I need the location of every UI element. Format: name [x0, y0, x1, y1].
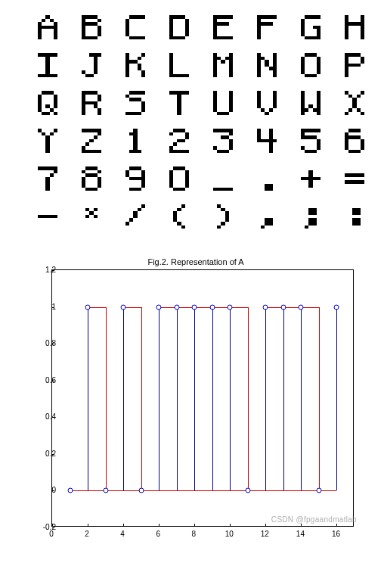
xtick-label: 12 [261, 530, 269, 538]
stem [301, 307, 302, 491]
glyph-O [301, 53, 317, 77]
glyph-4 [257, 129, 274, 153]
ytick-label: 0.8 [45, 339, 56, 347]
glyph-5 [301, 129, 317, 153]
stem [212, 307, 213, 491]
glyph-row [38, 166, 361, 191]
glyph-6 [345, 129, 361, 153]
glyph-0 [169, 166, 186, 191]
glyph-N [257, 53, 274, 77]
ytick-label: 0 [51, 486, 56, 494]
glyph-C [125, 15, 142, 39]
glyph-M [213, 53, 230, 77]
glyph-X [345, 91, 361, 115]
glyph-A [38, 15, 54, 39]
glyph-1 [125, 129, 142, 153]
glyph-2 [169, 129, 186, 153]
xtick-label: 2 [85, 530, 89, 538]
chart-plot [51, 269, 354, 527]
ytick-label: 0.6 [45, 375, 56, 384]
xtick-label: 16 [332, 530, 340, 538]
ytick-label: 1.2 [45, 266, 56, 274]
glyph-/ [125, 204, 142, 229]
glyph-( [169, 204, 186, 229]
glyph-: [345, 204, 361, 229]
stem-marker [316, 488, 321, 493]
stem-marker [138, 488, 144, 493]
xtick-label: 0 [49, 530, 54, 538]
glyph-R [82, 91, 98, 115]
stem [283, 307, 284, 491]
glyph-W [301, 91, 317, 115]
glyph-) [213, 204, 230, 229]
stem-marker [280, 304, 286, 310]
glyph-J [82, 53, 98, 77]
glyph-Z [82, 129, 98, 153]
glyph-L [169, 53, 186, 77]
glyph-3 [213, 129, 230, 153]
stem-marker [228, 304, 233, 310]
ytick-label: 0.4 [45, 412, 56, 421]
glyph-7 [38, 166, 54, 191]
glyph-* [82, 204, 98, 229]
glyph-H [345, 15, 361, 39]
glyph-_ [213, 166, 230, 191]
watermark: CSDN @fpgaandmatlab [271, 515, 357, 524]
glyph-8 [82, 166, 98, 191]
stem-marker [156, 304, 162, 310]
ytick-label: 1 [51, 302, 56, 310]
glyph-T [169, 91, 186, 115]
glyph-. [257, 166, 274, 191]
glyph-+ [301, 166, 317, 191]
stem [265, 307, 266, 491]
glyph-row [38, 53, 361, 77]
glyph-D [169, 15, 186, 39]
glyph-row [38, 91, 361, 115]
glyph-E [213, 15, 230, 39]
stem-marker [245, 488, 250, 493]
stem [123, 307, 124, 491]
stem-marker [103, 488, 108, 493]
chart-container: Fig.2. Representation of A CSDN @fpgaand… [0, 250, 384, 542]
glyph-Y [38, 129, 54, 153]
xtick-label: 4 [120, 530, 125, 538]
glyph-row [38, 129, 361, 153]
stem [230, 307, 231, 491]
stem-marker [174, 304, 179, 310]
ytick-label: 0.2 [45, 449, 56, 457]
stem-marker [299, 304, 304, 310]
glyph-B [82, 15, 98, 39]
glyph-- [38, 204, 54, 229]
stem [159, 307, 159, 491]
stem [336, 307, 337, 491]
stem-marker [192, 304, 197, 310]
stem-marker [85, 304, 91, 310]
glyph-F [257, 15, 274, 39]
chart-title: Fig.2. Representation of A [30, 257, 361, 266]
glyph-I [38, 53, 54, 77]
glyph-U [213, 91, 230, 115]
xtick-label: 6 [156, 530, 160, 538]
xtick-label: 10 [225, 530, 234, 538]
glyph-G [301, 15, 317, 39]
glyph-9 [125, 166, 142, 191]
glyph-grid [0, 0, 384, 250]
stem-marker [334, 304, 339, 310]
glyph-S [125, 91, 142, 115]
xtick-label: 8 [191, 530, 196, 538]
stem [194, 307, 195, 491]
glyph-row [38, 204, 361, 229]
glyph-Q [38, 91, 54, 115]
glyph-V [257, 91, 274, 115]
stem [88, 307, 88, 491]
plot-area [52, 270, 353, 526]
glyph-= [345, 166, 361, 191]
glyph-row [38, 15, 361, 39]
glyph-; [301, 204, 317, 229]
stem-marker [263, 304, 268, 310]
stem-marker [67, 488, 73, 493]
glyph-, [257, 204, 274, 229]
xtick-label: 14 [296, 530, 305, 538]
glyph-P [345, 53, 361, 77]
stem-marker [209, 304, 215, 310]
